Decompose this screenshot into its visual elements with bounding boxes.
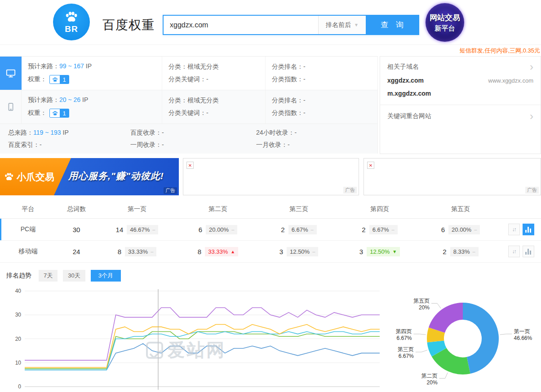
col-page3: 第三页 [258,205,339,213]
chevron-right-icon[interactable]: › [530,112,533,120]
tab-7days[interactable]: 7天 [39,270,58,282]
subdomain-link[interactable]: m.xggdzx.com [387,90,431,97]
page4-cell: 26.67%– [339,225,420,234]
ad-brand-text: 小爪交易 [17,171,54,183]
page5-cell: 28.33%– [420,247,501,256]
trend-flat-icon: – [392,227,395,232]
rank-position-select[interactable]: 排名前后 ▼ [318,16,366,34]
row-total-words: 24 [56,248,97,255]
pct-badge-down: 12.50%▼ [367,247,400,256]
mobile-rank-col: 分类排名：- 分类指数：- [265,90,377,123]
mobile-weight-badge[interactable]: 1 [49,109,69,118]
table-row-pc: PC端 30 1446.67%– 620.00%– 26.67%– 26.67%… [0,219,541,241]
tab-3months[interactable]: 3个月 [91,270,121,282]
svg-text:20%: 20% [419,304,430,311]
svg-text:20%: 20% [427,379,438,386]
weight-stats-panel: 预计来路：99 ~ 167 IP 权重： 1 分类：根域无分类 分类关键词：- [0,56,378,154]
col-page5: 第五页 [420,205,501,213]
pc-weight-value: 1 [60,75,69,84]
chart-button[interactable] [523,246,534,257]
keyword-overlap-title: 关键词重合网站 [387,112,431,120]
subdomains-header: 相关子域名 › [387,62,533,71]
site-trade-badge[interactable]: 网站交易 新平台 [426,3,464,42]
chart-button-active[interactable] [523,224,534,235]
subdomain-row: m.xggdzx.com [387,90,533,97]
baidu-index: 百度索引：- [8,141,130,149]
keyword-overlap-header: 关键词重合网站 › [387,112,533,120]
page3-cell: 26.67%– [258,225,339,234]
panel-divider [380,105,541,105]
pct-badge: 8.33%– [450,247,479,256]
page2-cell: 833.33%▲ [177,247,258,256]
week-included: 一周收录：- [130,141,256,149]
sort-button[interactable]: ↓↑ [508,224,520,235]
broken-image-icon: ✕ [186,162,194,169]
donut-slice [463,303,499,374]
svg-text:40: 40 [15,288,22,294]
br-logo[interactable]: BR [53,4,90,40]
paw-icon [64,10,79,24]
trend-flat-icon: – [151,249,153,254]
pc-category-index: 分类指数：- [272,75,377,84]
page5-cell: 620.00%– [420,225,501,234]
col-page1: 第一页 [97,205,177,213]
baidu-paw-icon [50,109,60,117]
sort-button[interactable]: ↓↑ [508,246,520,257]
sort-icon: ↓↑ [512,248,516,255]
pct-badge: 6.67%– [369,225,398,234]
trade-badge-line2: 新平台 [435,24,455,33]
pct-badge: 46.67%– [127,225,158,234]
tab-30days[interactable]: 30天 [63,270,85,282]
svg-text:10: 10 [15,360,22,366]
baidu-paw-icon [50,75,60,84]
mobile-category-col: 分类：根域无分类 分类关键词：- [162,90,265,123]
svg-text:6.67%: 6.67% [399,353,414,359]
subdomain-link[interactable]: xggdzx.com [387,77,424,84]
stats-row-pc: 预计来路：99 ~ 167 IP 权重： 1 分类：根域无分类 分类关键词：- [0,57,377,90]
trend-header: 排名趋势 7天 30天 3个月 [6,270,121,282]
stats-summary: 总来路：119 ~ 193 IP 百度收录：- 24小时收录：- 百度索引：- … [0,124,377,154]
top-bar: BR 百度权重 排名前后 ▼ 查 询 网站交易 新平台 [0,0,541,45]
trend-tabs: 7天 30天 3个月 [39,270,121,282]
hour24-included: 24小时收录：- [256,129,377,137]
svg-text:20: 20 [15,336,22,342]
ad-banner-xiaozhua[interactable]: 小爪交易 用心服务,"赚"动彼此! 广告 [0,158,179,195]
pc-weight-badge[interactable]: 1 [49,75,69,84]
page2-cell: 620.00%– [177,225,258,234]
chevron-right-icon[interactable]: › [530,62,533,71]
svg-text:0: 0 [18,383,21,390]
pc-weight-line: 权重： 1 [28,75,162,84]
chevron-down-icon: ▼ [354,22,359,27]
paw-icon [4,172,14,182]
ad-slogan-text: 用心服务,"赚"动彼此! [68,170,164,182]
svg-text:第五页: 第五页 [413,298,430,304]
page1-cell: 833.33%– [97,247,177,256]
row-actions: ↓↑ [501,224,541,235]
ad-placeholder-right[interactable]: ✕ 广告 [364,158,541,195]
svg-text:第二页: 第二页 [421,373,438,379]
sms-promo-link[interactable]: 短信群发,任何内容,三网,0.35元 [460,47,540,55]
pc-category-rank: 分类排名：- [272,63,377,71]
mobile-tab-cell[interactable] [0,90,22,123]
page-title: 百度权重 [102,17,155,34]
sort-icon: ↓↑ [512,226,516,233]
baidu-included: 百度收录：- [130,129,256,137]
svg-text:第一页: 第一页 [514,328,530,335]
mobile-category-keyword: 分类关键词：- [169,109,265,117]
ad-tag: 广告 [164,187,177,194]
keyword-rank-table: 平台 总词数 第一页 第二页 第三页 第四页 第五页 PC端 30 1446.6… [0,200,541,263]
domain-search-input[interactable] [164,16,318,34]
row-actions: ↓↑ [501,246,541,257]
pc-tab-cell[interactable] [0,57,22,90]
total-traffic: 总来路：119 ~ 193 IP [8,129,130,137]
table-header-row: 平台 总词数 第一页 第二页 第三页 第四页 第五页 [0,200,541,219]
trade-badge-line1: 网站交易 [430,13,460,23]
ad-placeholder-mid[interactable]: ✕ 广告 [183,158,359,195]
query-button[interactable]: 查 询 [366,16,418,34]
trend-flat-icon: – [312,249,315,254]
col-total-words: 总词数 [56,205,97,213]
ad-tag: 广告 [343,187,357,194]
subdomain-www-link[interactable]: www.xggdzx.com [488,77,533,84]
subdomains-title: 相关子域名 [387,63,419,71]
related-domains-panel: 相关子域名 › xggdzx.com www.xggdzx.com m.xggd… [380,56,541,154]
